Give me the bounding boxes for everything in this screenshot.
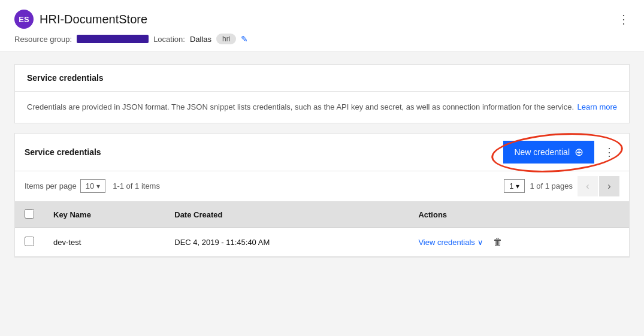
next-page-button[interactable]: › [599, 176, 619, 196]
plus-icon: ⊕ [575, 147, 583, 158]
table-overflow-icon[interactable]: ⋮ [599, 143, 619, 161]
location-label: Location: [153, 35, 185, 44]
resource-group-value [77, 35, 149, 43]
new-cred-wrapper: New credential ⊕ [503, 141, 594, 164]
header-section: ES HRI-DocumentStore ⋮ Resource group: L… [0, 0, 644, 52]
delete-icon[interactable]: 🗑 [493, 237, 503, 247]
app-title: HRI-DocumentStore [40, 13, 147, 26]
learn-more-link[interactable]: Learn more [578, 101, 617, 113]
select-all-checkbox[interactable] [25, 209, 34, 219]
page-wrapper: ES HRI-DocumentStore ⋮ Resource group: L… [0, 0, 644, 336]
table-toolbar: Service credentials New credential ⊕ ⋮ [15, 134, 629, 171]
data-table: Key Name Date Created Actions dev-test [15, 202, 629, 257]
overflow-menu-icon[interactable]: ⋮ [618, 12, 630, 26]
table-row: dev-test DEC 4, 2019 - 11:45:40 AM View … [15, 228, 629, 256]
actions-cell: View credentials ∨ 🗑 [418, 237, 619, 247]
resource-group-label: Resource group: [14, 35, 72, 44]
col-actions: Actions [409, 202, 629, 228]
select-all-header [15, 202, 44, 228]
page-chevron-down-icon: ▾ [516, 182, 519, 190]
prev-icon: ‹ [586, 181, 589, 192]
view-credentials-label: View credentials [418, 238, 474, 247]
info-description: Credentials are provided in JSON format.… [27, 101, 574, 113]
tag-pill: hri [216, 34, 236, 44]
view-credentials-button[interactable]: View credentials ∨ [418, 238, 483, 247]
row-key-name: dev-test [44, 228, 165, 256]
pagination-bar: Items per page 10 ▾ 1-1 of 1 items 1 ▾ 1… [15, 171, 629, 202]
edit-icon[interactable]: ✎ [241, 34, 248, 44]
new-credential-label: New credential [514, 147, 570, 157]
resource-row: Resource group: Location: Dallas hri ✎ [14, 34, 630, 44]
per-page-select[interactable]: 10 ▾ [80, 179, 105, 193]
row-checkbox[interactable] [25, 237, 34, 246]
col-date-created: Date Created [165, 202, 409, 228]
items-per-page-label: Items per page [25, 181, 77, 190]
items-per-page: Items per page 10 ▾ [25, 179, 105, 193]
table-title: Service credentials [25, 147, 101, 157]
table-header-row: Key Name Date Created Actions [15, 202, 629, 228]
row-checkbox-cell [15, 228, 44, 256]
table-actions: New credential ⊕ ⋮ [503, 141, 619, 164]
info-card: Service credentials Credentials are prov… [14, 64, 630, 123]
header-title-row: ES HRI-DocumentStore [14, 10, 147, 29]
items-count: 1-1 of 1 items [113, 181, 160, 190]
app-icon: ES [14, 10, 34, 29]
prev-page-button[interactable]: ‹ [578, 176, 598, 196]
header-top: ES HRI-DocumentStore ⋮ [14, 10, 630, 29]
page-select[interactable]: 1 ▾ [504, 179, 525, 193]
table-card: Service credentials New credential ⊕ ⋮ [14, 133, 630, 258]
chevron-down-icon: ▾ [96, 182, 100, 190]
page-nav: 1 ▾ 1 of 1 pages ‹ › [504, 176, 619, 196]
view-credentials-chevron: ∨ [477, 238, 483, 247]
info-card-header: Service credentials [15, 65, 629, 92]
next-icon: › [607, 181, 610, 192]
location-value: Dallas [190, 35, 211, 44]
pages-label: 1 of 1 pages [530, 181, 573, 190]
info-section: Credentials are provided in JSON format.… [15, 92, 629, 123]
table-body: dev-test DEC 4, 2019 - 11:45:40 AM View … [15, 228, 629, 256]
new-credential-button[interactable]: New credential ⊕ [503, 141, 594, 164]
col-key-name: Key Name [44, 202, 165, 228]
row-date-created: DEC 4, 2019 - 11:45:40 AM [165, 228, 409, 256]
content-area: Service credentials Credentials are prov… [0, 52, 644, 270]
table-head: Key Name Date Created Actions [15, 202, 629, 228]
row-actions: View credentials ∨ 🗑 [409, 228, 629, 256]
